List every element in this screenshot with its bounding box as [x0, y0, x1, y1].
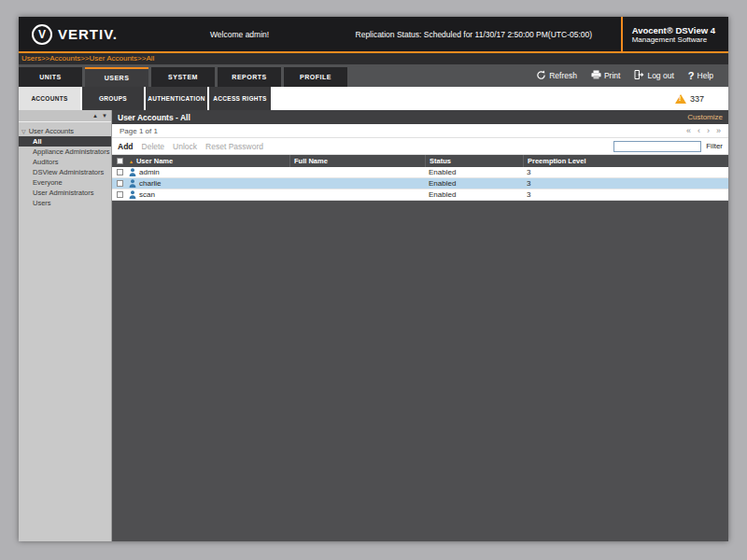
page-title: User Accounts - All: [118, 113, 190, 122]
alert-count: 337: [690, 94, 704, 104]
replication-status: Replication Status: Scheduled for 11/30/…: [327, 30, 621, 39]
tree-root-label: User Accounts: [29, 127, 74, 135]
warning-icon: [675, 94, 686, 104]
tree-item-auditors[interactable]: Auditors: [19, 157, 111, 167]
tab-units[interactable]: UNITS: [19, 67, 82, 87]
main-region: ▲ ▼ ▽ User Accounts All Appliance Admini…: [19, 110, 728, 541]
column-header-status[interactable]: Status: [425, 155, 523, 167]
subtab-groups[interactable]: GROUPS: [82, 87, 144, 110]
select-all-checkbox[interactable]: [117, 158, 123, 164]
logout-icon: [634, 70, 644, 81]
tree-node-user-accounts[interactable]: ▽ User Accounts: [19, 126, 111, 136]
tab-reports[interactable]: REPORTS: [218, 67, 281, 87]
breadcrumb[interactable]: Users>>Accounts>>User Accounts>>All: [19, 53, 728, 64]
first-page-button[interactable]: «: [686, 126, 691, 135]
customize-link[interactable]: Customize: [687, 113, 723, 121]
table-toolbar: Add Delete Unlock Reset Password Filter: [112, 138, 728, 155]
refresh-label: Refresh: [549, 71, 577, 80]
delete-button[interactable]: Delete: [142, 142, 165, 151]
tree-item-appliance-administrators[interactable]: Appliance Administrators: [19, 147, 111, 157]
row-checkbox[interactable]: [117, 191, 123, 198]
vertiv-logo-text: VERTIV.: [58, 26, 118, 42]
alert-badge[interactable]: 337: [675, 87, 728, 110]
content-empty-area: [112, 201, 728, 541]
subtab-access-rights[interactable]: ACCESS RIGHTS: [209, 87, 271, 110]
page-info: Page 1 of 1: [120, 127, 158, 135]
table-row[interactable]: charlie Enabled 3: [112, 178, 728, 189]
preemption-cell: 3: [523, 179, 728, 188]
vertiv-logo: V VERTIV.: [19, 24, 210, 45]
table-row[interactable]: admin Enabled 3: [112, 167, 728, 178]
sidebar-tree: ▽ User Accounts All Appliance Administra…: [19, 122, 111, 208]
brand-block: Avocent® DSView 4 Management Software: [621, 17, 728, 51]
main-tab-bar: UNITS USERS SYSTEM REPORTS PROFILE Refre…: [19, 64, 728, 87]
sidebar-scroll-controls: ▲ ▼: [19, 110, 111, 122]
tab-users[interactable]: USERS: [85, 67, 148, 87]
table-row[interactable]: scan Enabled 3: [112, 189, 728, 201]
print-label: Print: [604, 71, 620, 80]
help-label: Help: [698, 71, 713, 80]
content-panel: User Accounts - All Customize Page 1 of …: [112, 110, 728, 541]
row-checkbox[interactable]: [117, 169, 123, 175]
filter-input[interactable]: [613, 141, 701, 152]
sort-asc-icon: ▲: [129, 159, 134, 164]
subtab-authentication[interactable]: AUTHENTICATION: [146, 87, 207, 110]
main-tabs: UNITS USERS SYSTEM REPORTS PROFILE: [19, 64, 347, 87]
user-name-link[interactable]: charlie: [139, 179, 162, 188]
pager: « ‹ › »: [686, 126, 721, 135]
welcome-text: Welcome admin!: [210, 30, 327, 39]
refresh-icon: [536, 70, 546, 82]
brand-title: Avocent® DSView 4: [632, 25, 715, 35]
subtab-accounts[interactable]: ACCOUNTS: [19, 87, 80, 110]
pagination-row: Page 1 of 1 « ‹ › »: [112, 124, 728, 138]
help-icon: ?: [688, 70, 695, 81]
logout-button[interactable]: Log out: [634, 70, 673, 81]
vertiv-logo-icon: V: [32, 24, 52, 45]
column-header-full-name[interactable]: Full Name: [289, 155, 425, 167]
sidebar: ▲ ▼ ▽ User Accounts All Appliance Admini…: [19, 110, 112, 541]
preemption-cell: 3: [523, 190, 728, 199]
content-header: User Accounts - All Customize: [112, 110, 728, 124]
filter-button[interactable]: Filter: [706, 142, 723, 150]
print-button[interactable]: Print: [591, 70, 620, 81]
tab-system[interactable]: SYSTEM: [151, 67, 215, 87]
scroll-down-icon[interactable]: ▼: [102, 113, 107, 119]
last-page-button[interactable]: »: [716, 126, 721, 135]
unlock-button[interactable]: Unlock: [173, 142, 197, 151]
status-cell: Enabled: [425, 168, 523, 176]
user-name-link[interactable]: scan: [139, 190, 155, 199]
status-cell: Enabled: [425, 190, 523, 199]
column-header-preemption-level[interactable]: Preemption Level: [523, 155, 728, 167]
tree-expander-icon[interactable]: ▽: [21, 128, 26, 134]
row-checkbox[interactable]: [117, 180, 123, 187]
print-icon: [591, 70, 601, 81]
user-icon: [129, 179, 136, 188]
status-cell: Enabled: [425, 179, 523, 188]
top-bar: V VERTIV. Welcome admin! Replication Sta…: [19, 17, 728, 51]
brand-subtitle: Management Software: [632, 35, 715, 44]
user-icon: [129, 168, 136, 176]
app-window: V VERTIV. Welcome admin! Replication Sta…: [19, 17, 728, 541]
sub-tab-bar: ACCOUNTS GROUPS AUTHENTICATION ACCESS RI…: [19, 87, 728, 110]
logout-label: Log out: [647, 71, 673, 80]
refresh-button[interactable]: Refresh: [536, 70, 577, 82]
tree-item-everyone[interactable]: Everyone: [19, 177, 111, 188]
tree-item-user-administrators[interactable]: User Administrators: [19, 188, 111, 198]
table-header: ▲ User Name Full Name Status Preemption …: [112, 155, 728, 167]
scroll-up-icon[interactable]: ▲: [92, 113, 98, 119]
preemption-cell: 3: [523, 168, 728, 176]
prev-page-button[interactable]: ‹: [698, 126, 700, 135]
header-actions: Refresh Print Log out ? Help: [536, 64, 728, 87]
column-header-user-name[interactable]: User Name: [136, 157, 173, 165]
tree-item-users[interactable]: Users: [19, 198, 111, 208]
filter-group: Filter: [613, 141, 723, 152]
user-name-link[interactable]: admin: [139, 168, 160, 176]
reset-password-button[interactable]: Reset Password: [205, 142, 263, 151]
help-button[interactable]: ? Help: [688, 70, 713, 81]
user-icon: [129, 190, 136, 199]
tree-item-dsview-administrators[interactable]: DSView Administrators: [19, 167, 111, 177]
add-button[interactable]: Add: [118, 142, 134, 151]
tab-profile[interactable]: PROFILE: [284, 67, 347, 87]
tree-item-all[interactable]: All: [19, 136, 111, 147]
next-page-button[interactable]: ›: [707, 126, 710, 135]
